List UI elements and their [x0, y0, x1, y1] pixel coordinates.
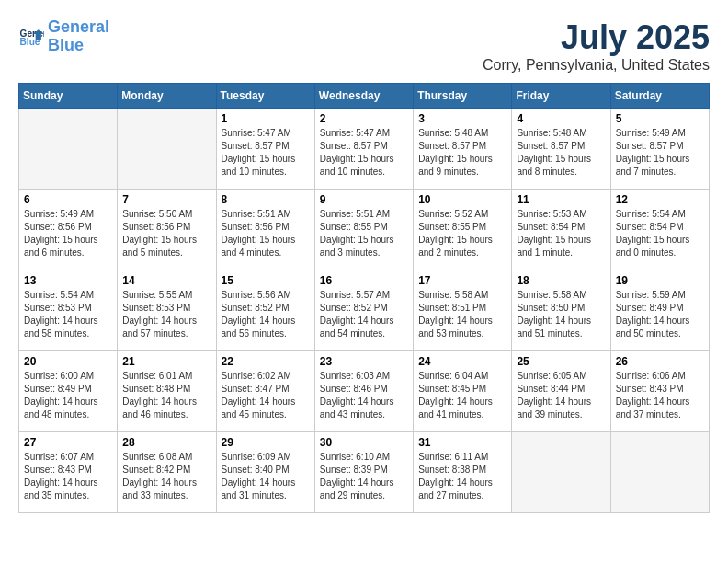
day-number: 10: [418, 193, 506, 206]
calendar-cell: 10Sunrise: 5:52 AMSunset: 8:55 PMDayligh…: [414, 190, 512, 270]
day-info: Sunrise: 6:02 AMSunset: 8:47 PMDaylight:…: [222, 370, 310, 421]
calendar-cell: 2Sunrise: 5:47 AMSunset: 8:57 PMDaylight…: [314, 109, 413, 190]
calendar-cell: 24Sunrise: 6:04 AMSunset: 8:45 PMDayligh…: [414, 351, 512, 432]
day-info: Sunrise: 6:09 AMSunset: 8:40 PMDaylight:…: [222, 451, 310, 502]
calendar-cell: 23Sunrise: 6:03 AMSunset: 8:46 PMDayligh…: [314, 351, 413, 432]
day-info: Sunrise: 5:58 AMSunset: 8:51 PMDaylight:…: [418, 289, 506, 340]
day-number: 7: [122, 193, 210, 206]
day-number: 31: [418, 436, 506, 449]
day-number: 24: [418, 355, 506, 368]
logo-text: GeneralBlue: [48, 18, 109, 55]
day-number: 18: [517, 274, 605, 287]
calendar-cell: 9Sunrise: 5:51 AMSunset: 8:55 PMDaylight…: [314, 190, 413, 270]
day-info: Sunrise: 6:11 AMSunset: 8:38 PMDaylight:…: [418, 451, 506, 502]
week-row-1: 1Sunrise: 5:47 AMSunset: 8:57 PMDaylight…: [19, 109, 710, 190]
day-info: Sunrise: 6:08 AMSunset: 8:42 PMDaylight:…: [122, 451, 210, 502]
day-info: Sunrise: 6:06 AMSunset: 8:43 PMDaylight:…: [616, 370, 704, 421]
calendar-cell: 26Sunrise: 6:06 AMSunset: 8:43 PMDayligh…: [610, 351, 709, 432]
day-info: Sunrise: 5:49 AMSunset: 8:56 PMDaylight:…: [24, 208, 112, 259]
day-info: Sunrise: 6:05 AMSunset: 8:44 PMDaylight:…: [517, 370, 605, 421]
day-number: 29: [222, 436, 310, 449]
calendar-cell: [610, 432, 709, 513]
day-info: Sunrise: 5:50 AMSunset: 8:56 PMDaylight:…: [122, 208, 210, 259]
weekday-header-friday: Friday: [512, 84, 610, 109]
day-number: 30: [320, 436, 408, 449]
calendar-cell: [118, 109, 216, 190]
day-number: 25: [517, 355, 605, 368]
calendar-cell: 8Sunrise: 5:51 AMSunset: 8:56 PMDaylight…: [216, 190, 314, 270]
calendar-cell: 11Sunrise: 5:53 AMSunset: 8:54 PMDayligh…: [512, 190, 610, 270]
day-number: 19: [616, 274, 704, 287]
day-number: 22: [222, 355, 310, 368]
day-number: 13: [24, 274, 112, 287]
calendar-cell: 1Sunrise: 5:47 AMSunset: 8:57 PMDaylight…: [216, 109, 314, 190]
calendar-cell: 3Sunrise: 5:48 AMSunset: 8:57 PMDaylight…: [414, 109, 512, 190]
weekday-header-monday: Monday: [118, 84, 216, 109]
calendar-cell: 4Sunrise: 5:48 AMSunset: 8:57 PMDaylight…: [512, 109, 610, 190]
calendar-cell: 6Sunrise: 5:49 AMSunset: 8:56 PMDaylight…: [19, 190, 118, 270]
logo-icon: General Blue: [18, 24, 44, 50]
day-number: 20: [24, 355, 112, 368]
main-title: July 2025: [483, 18, 710, 57]
subtitle: Corry, Pennsylvania, United States: [483, 57, 710, 74]
calendar-cell: 27Sunrise: 6:07 AMSunset: 8:43 PMDayligh…: [19, 432, 118, 513]
calendar-cell: 5Sunrise: 5:49 AMSunset: 8:57 PMDaylight…: [610, 109, 709, 190]
weekday-header-saturday: Saturday: [610, 84, 709, 109]
title-block: July 2025 Corry, Pennsylvania, United St…: [483, 18, 710, 74]
day-number: 17: [418, 274, 506, 287]
calendar-cell: 15Sunrise: 5:56 AMSunset: 8:52 PMDayligh…: [216, 270, 314, 351]
day-number: 16: [320, 274, 408, 287]
calendar-cell: [512, 432, 610, 513]
calendar-cell: 16Sunrise: 5:57 AMSunset: 8:52 PMDayligh…: [314, 270, 413, 351]
day-info: Sunrise: 5:54 AMSunset: 8:54 PMDaylight:…: [616, 208, 704, 259]
day-number: 8: [222, 193, 310, 206]
weekday-header-sunday: Sunday: [19, 84, 118, 109]
calendar-cell: 30Sunrise: 6:10 AMSunset: 8:39 PMDayligh…: [314, 432, 413, 513]
day-number: 1: [222, 112, 310, 125]
day-number: 28: [122, 436, 210, 449]
weekday-header-wednesday: Wednesday: [314, 84, 413, 109]
day-number: 12: [616, 193, 704, 206]
day-info: Sunrise: 6:04 AMSunset: 8:45 PMDaylight:…: [418, 370, 506, 421]
calendar-cell: 22Sunrise: 6:02 AMSunset: 8:47 PMDayligh…: [216, 351, 314, 432]
day-info: Sunrise: 5:57 AMSunset: 8:52 PMDaylight:…: [320, 289, 408, 340]
week-row-4: 20Sunrise: 6:00 AMSunset: 8:49 PMDayligh…: [19, 351, 710, 432]
day-info: Sunrise: 5:56 AMSunset: 8:52 PMDaylight:…: [222, 289, 310, 340]
calendar-cell: 28Sunrise: 6:08 AMSunset: 8:42 PMDayligh…: [118, 432, 216, 513]
calendar-cell: 31Sunrise: 6:11 AMSunset: 8:38 PMDayligh…: [414, 432, 512, 513]
calendar-cell: 29Sunrise: 6:09 AMSunset: 8:40 PMDayligh…: [216, 432, 314, 513]
day-number: 9: [320, 193, 408, 206]
week-row-5: 27Sunrise: 6:07 AMSunset: 8:43 PMDayligh…: [19, 432, 710, 513]
page-header: General Blue GeneralBlue July 2025 Corry…: [18, 18, 710, 74]
calendar-cell: 17Sunrise: 5:58 AMSunset: 8:51 PMDayligh…: [414, 270, 512, 351]
day-number: 26: [616, 355, 704, 368]
calendar-cell: 21Sunrise: 6:01 AMSunset: 8:48 PMDayligh…: [118, 351, 216, 432]
logo: General Blue GeneralBlue: [18, 18, 109, 55]
calendar-cell: 18Sunrise: 5:58 AMSunset: 8:50 PMDayligh…: [512, 270, 610, 351]
day-info: Sunrise: 5:48 AMSunset: 8:57 PMDaylight:…: [517, 127, 605, 178]
day-number: 27: [24, 436, 112, 449]
calendar-cell: 14Sunrise: 5:55 AMSunset: 8:53 PMDayligh…: [118, 270, 216, 351]
day-number: 15: [222, 274, 310, 287]
day-number: 14: [122, 274, 210, 287]
calendar-cell: 20Sunrise: 6:00 AMSunset: 8:49 PMDayligh…: [19, 351, 118, 432]
day-info: Sunrise: 5:51 AMSunset: 8:56 PMDaylight:…: [222, 208, 310, 259]
weekday-header-tuesday: Tuesday: [216, 84, 314, 109]
calendar-cell: 13Sunrise: 5:54 AMSunset: 8:53 PMDayligh…: [19, 270, 118, 351]
calendar-cell: 12Sunrise: 5:54 AMSunset: 8:54 PMDayligh…: [610, 190, 709, 270]
calendar-table: SundayMondayTuesdayWednesdayThursdayFrid…: [18, 83, 710, 513]
day-info: Sunrise: 5:47 AMSunset: 8:57 PMDaylight:…: [222, 127, 310, 178]
calendar-cell: [19, 109, 118, 190]
day-info: Sunrise: 5:54 AMSunset: 8:53 PMDaylight:…: [24, 289, 112, 340]
day-info: Sunrise: 5:59 AMSunset: 8:49 PMDaylight:…: [616, 289, 704, 340]
day-info: Sunrise: 5:48 AMSunset: 8:57 PMDaylight:…: [418, 127, 506, 178]
day-info: Sunrise: 5:53 AMSunset: 8:54 PMDaylight:…: [517, 208, 605, 259]
day-info: Sunrise: 5:47 AMSunset: 8:57 PMDaylight:…: [320, 127, 408, 178]
weekday-header-row: SundayMondayTuesdayWednesdayThursdayFrid…: [19, 84, 710, 109]
day-info: Sunrise: 5:55 AMSunset: 8:53 PMDaylight:…: [122, 289, 210, 340]
day-info: Sunrise: 5:51 AMSunset: 8:55 PMDaylight:…: [320, 208, 408, 259]
day-info: Sunrise: 6:10 AMSunset: 8:39 PMDaylight:…: [320, 451, 408, 502]
day-info: Sunrise: 6:01 AMSunset: 8:48 PMDaylight:…: [122, 370, 210, 421]
calendar-cell: 7Sunrise: 5:50 AMSunset: 8:56 PMDaylight…: [118, 190, 216, 270]
calendar-cell: 19Sunrise: 5:59 AMSunset: 8:49 PMDayligh…: [610, 270, 709, 351]
